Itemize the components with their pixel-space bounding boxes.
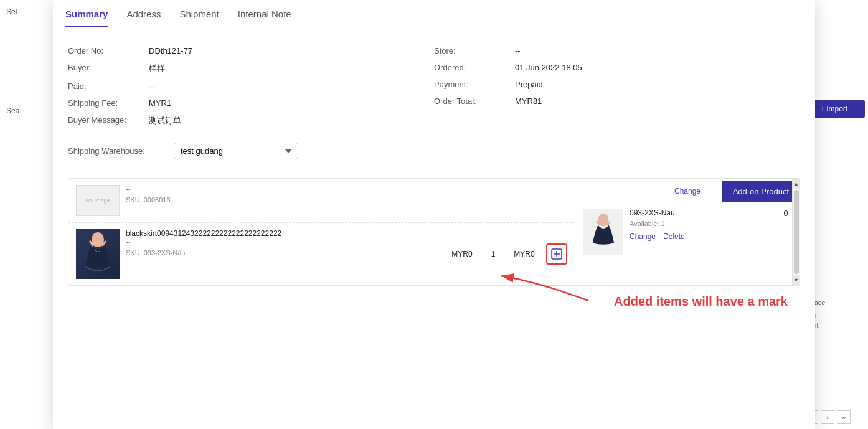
product-total-2: MYR0: [509, 250, 540, 258]
paid-value: --: [149, 82, 154, 91]
product-qty-2: 1: [484, 250, 502, 258]
shipping-fee-label: Shipping Fee:: [68, 98, 149, 108]
order-total-value: MYR81: [515, 97, 542, 106]
shipping-fee-row: Shipping Fee: MYR1: [68, 95, 434, 111]
payment-value: Prepaid: [515, 80, 543, 89]
right-product-qty: 0: [780, 209, 792, 218]
buyer-label: Buyer:: [68, 63, 149, 74]
order-total-label: Order Total:: [434, 97, 515, 106]
tab-internal-note[interactable]: Internal Note: [238, 9, 291, 27]
table-row: blackskirt009431243222222222222222222222…: [68, 223, 575, 285]
nav-next[interactable]: ›: [821, 410, 834, 424]
product-sku-2: SKU: 093-2XS-Nâu: [126, 249, 440, 257]
right-delete-link[interactable]: Delete: [663, 232, 685, 241]
ordered-value: 01 Jun 2022 18:05: [515, 63, 582, 72]
tab-shipment[interactable]: Shipment: [179, 9, 219, 27]
dress-svg: [82, 232, 113, 276]
order-modal: Summary Address Shipment Internal Note O…: [53, 0, 815, 429]
modal-tabs: Summary Address Shipment Internal Note: [53, 0, 815, 27]
store-value: --: [515, 46, 521, 55]
product-price-2: MYR0: [446, 250, 478, 258]
products-right-panel: Change 093-2XS-Nâu Available:: [575, 179, 800, 285]
right-change-link[interactable]: Change: [630, 232, 656, 241]
store-label: Store:: [434, 46, 515, 55]
right-product-info: 093-2XS-Nâu Available: 1 Change Delete: [630, 209, 773, 241]
buyer-value: 样样: [149, 63, 165, 74]
right-dress-svg: [588, 214, 619, 251]
payment-label: Payment:: [434, 80, 515, 89]
buyer-message-row: Buyer Message: 测试订单: [68, 111, 434, 130]
product-name-1: --: [126, 185, 567, 194]
table-row: No Image -- SKU: 0006016: [68, 179, 575, 223]
top-change-link[interactable]: Change: [674, 187, 701, 196]
right-product-available: Available: 1: [630, 220, 773, 227]
buyer-message-label: Buyer Message:: [68, 115, 149, 126]
order-no-label: Order No:: [68, 46, 149, 55]
ordered-row: Ordered: 01 Jun 2022 18:05: [434, 59, 800, 76]
scroll-thumb: [794, 190, 799, 274]
product-sku-1: SKU: 0006016: [126, 196, 567, 204]
order-info-left: Order No: DDth121-77 Buyer: 样样 Paid: -- …: [68, 42, 434, 130]
bg-left-panel: Sel Sea: [0, 0, 56, 429]
warehouse-row: Shipping Warehouse: test gudang gudang 1…: [68, 143, 800, 159]
product-image-2: [76, 229, 120, 279]
bg-left-sell: Sel: [0, 0, 55, 24]
product-details-2: blackskirt009431243222222222222222222222…: [126, 229, 440, 279]
products-area: No Image -- SKU: 0006016: [68, 178, 800, 286]
tab-address[interactable]: Address: [126, 9, 161, 27]
tab-summary[interactable]: Summary: [65, 9, 108, 27]
nav-last[interactable]: »: [837, 410, 851, 424]
right-product-row: 093-2XS-Nâu Available: 1 Change Delete 0: [575, 202, 800, 262]
paid-row: Paid: --: [68, 78, 434, 95]
no-image-placeholder: No Image: [76, 185, 120, 216]
top-change-section: Change: [575, 179, 800, 202]
order-info-grid: Order No: DDth121-77 Buyer: 样样 Paid: -- …: [68, 42, 800, 130]
scrollbar: ▲ ▼: [792, 179, 800, 285]
scroll-down-button[interactable]: ▼: [793, 275, 800, 285]
warehouse-label: Shipping Warehouse:: [68, 146, 167, 156]
buyer-row: Buyer: 样样: [68, 59, 434, 78]
payment-row: Payment: Prepaid: [434, 76, 800, 93]
bg-left-sea: Sea: [0, 99, 55, 123]
buyer-message-value: 测试订单: [149, 115, 181, 126]
right-product-name: 093-2XS-Nâu: [630, 209, 773, 217]
warehouse-select[interactable]: test gudang gudang 1 gudang 2: [174, 143, 298, 159]
product-details-1: -- SKU: 0006016: [126, 185, 567, 216]
no-image-text: No Image: [85, 197, 110, 204]
mark-icon-wrapper: [546, 243, 567, 265]
product-name-2: blackskirt009431243222222222222222222222: [126, 229, 440, 238]
order-total-row: Order Total: MYR81: [434, 93, 800, 110]
annotation-area: Added items will have a mark: [68, 288, 800, 309]
scroll-up-button[interactable]: ▲: [793, 179, 800, 189]
order-info-right: Store: -- Ordered: 01 Jun 2022 18:05 Pay…: [434, 42, 800, 130]
order-no-value: DDth121-77: [149, 46, 192, 55]
product-variant-2: --: [126, 238, 440, 247]
right-product-actions: Change Delete: [630, 232, 773, 241]
paid-label: Paid:: [68, 82, 149, 91]
add-mark-button[interactable]: [546, 243, 567, 265]
modal-body: Order No: DDth121-77 Buyer: 样样 Paid: -- …: [53, 27, 815, 419]
store-row: Store: --: [434, 42, 800, 59]
right-product-image: [583, 209, 623, 255]
annotation-text: Added items will have a mark: [68, 288, 800, 309]
shipping-fee-value: MYR1: [149, 98, 171, 108]
order-no-row: Order No: DDth121-77: [68, 42, 434, 59]
products-left-panel: No Image -- SKU: 0006016: [68, 179, 575, 285]
mark-icon: [551, 248, 562, 260]
ordered-label: Ordered:: [434, 63, 515, 72]
